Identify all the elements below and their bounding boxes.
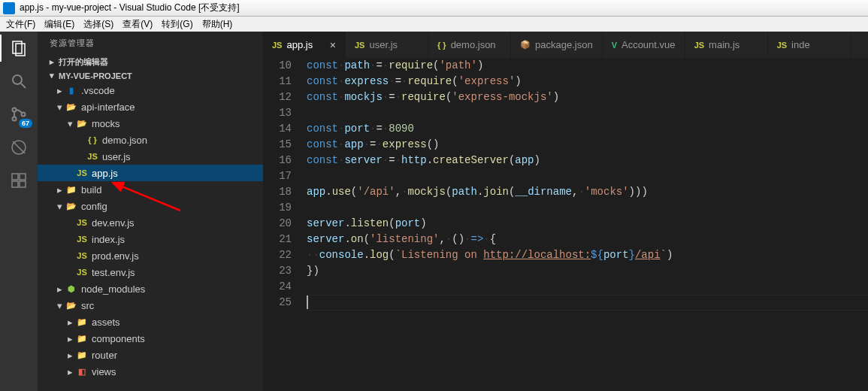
tree-item[interactable]: JStest.env.js: [38, 264, 263, 280]
editor-tab[interactable]: { }demo.json: [428, 32, 511, 58]
menu-view[interactable]: 查看(V): [118, 18, 157, 31]
code-line[interactable]: const·app·=·express(): [305, 137, 868, 153]
svg-rect-12: [20, 181, 26, 187]
tab-label: inde: [791, 39, 810, 50]
twisty-icon: ▸: [54, 85, 65, 96]
tree-label: dev.env.js: [92, 217, 135, 229]
tree-label: views: [92, 366, 116, 377]
twisty-icon: ▾: [65, 118, 75, 129]
code-line[interactable]: [305, 200, 868, 216]
svg-line-3: [21, 83, 26, 88]
tab-label: demo.json: [451, 39, 496, 50]
activity-debug[interactable]: [8, 137, 29, 158]
file-type-icon: V: [612, 41, 617, 50]
code-line[interactable]: const·mockjs·=·require('express-mockjs'): [305, 89, 868, 105]
tree-item[interactable]: JSuser.js: [38, 148, 263, 165]
editor-tab[interactable]: JSapp.js×: [263, 32, 346, 58]
tab-label: user.js: [369, 39, 398, 50]
svg-point-5: [13, 117, 17, 121]
code-line[interactable]: server.on('listening',·()·=>·{: [305, 232, 868, 247]
sidebar-title: 资源管理器: [38, 32, 263, 55]
code-line[interactable]: [305, 279, 868, 295]
tree-item[interactable]: ▸⬢node_modules: [38, 280, 263, 297]
tree-item[interactable]: JSapp.js: [38, 165, 263, 181]
svg-rect-11: [12, 181, 18, 187]
menu-select[interactable]: 选择(S): [79, 18, 118, 31]
file-type-icon: JS: [272, 41, 282, 50]
tree-item[interactable]: ▸▮.vscode: [38, 82, 263, 99]
tree-item[interactable]: JSprod.env.js: [38, 247, 263, 264]
tab-label: app.js: [286, 39, 313, 50]
menu-edit[interactable]: 编辑(E): [40, 18, 79, 31]
open-editors-header[interactable]: ▸ 打开的编辑器: [38, 55, 263, 69]
tree-label: src: [81, 300, 94, 311]
file-type-icon: 📦: [520, 40, 531, 50]
code-line[interactable]: [305, 105, 868, 121]
code-line[interactable]: }): [305, 263, 868, 279]
window-title: app.js - my-vue-project - Visual Studio …: [20, 2, 240, 14]
file-type-icon: JS: [777, 41, 787, 50]
tree-item[interactable]: ▸📁assets: [38, 314, 263, 330]
tree-item[interactable]: ▾📂config: [38, 198, 263, 214]
file-type-icon: { }: [437, 41, 446, 50]
twisty-icon: ▸: [65, 366, 75, 377]
tree-item[interactable]: ▸📁router: [38, 347, 263, 363]
tab-label: Account.vue: [622, 39, 676, 50]
code-line[interactable]: [305, 168, 868, 184]
menu-help[interactable]: 帮助(H): [198, 18, 237, 31]
tree-label: .vscode: [81, 85, 115, 96]
svg-rect-10: [20, 174, 26, 180]
activity-extensions[interactable]: [8, 170, 29, 191]
code-line[interactable]: const·port·=·8090: [305, 121, 868, 137]
close-icon[interactable]: ×: [330, 39, 336, 51]
code-line[interactable]: const·path·=·require('path'): [305, 58, 868, 74]
tree-label: mocks: [92, 118, 120, 129]
tree-item[interactable]: ▸📁components: [38, 330, 263, 347]
tree-item[interactable]: ▸◧views: [38, 363, 263, 380]
tree-label: build: [81, 184, 101, 196]
activity-bar: 67: [0, 32, 38, 391]
tree-item[interactable]: ▾📂api-interface: [38, 99, 263, 115]
file-tree[interactable]: ▸▮.vscode▾📂api-interface▾📂mocks{ }demo.j…: [38, 82, 263, 391]
tab-label: package.json: [535, 39, 593, 50]
tree-label: user.js: [102, 151, 131, 162]
code-line[interactable]: const·server·=·http.createServer(app): [305, 153, 868, 168]
activity-search[interactable]: [8, 71, 29, 92]
editor-tab[interactable]: JSmain.js: [685, 32, 768, 58]
editor-tab[interactable]: VAccount.vue: [603, 32, 685, 58]
code-line[interactable]: ··console.log(`Listening on http://local…: [305, 247, 868, 263]
editor-tab[interactable]: JSinde: [768, 32, 851, 58]
svg-point-2: [13, 75, 22, 84]
activity-explorer[interactable]: [8, 38, 29, 59]
tree-item[interactable]: ▾📂mocks: [38, 115, 263, 132]
line-numbers: 10111213141516171819202122232425: [263, 58, 305, 391]
menubar[interactable]: 文件(F) 编辑(E) 选择(S) 查看(V) 转到(G) 帮助(H): [0, 17, 868, 32]
tree-label: assets: [92, 317, 120, 328]
tree-label: api-interface: [81, 102, 135, 113]
chevron-right-icon: ▸: [50, 57, 59, 67]
tree-item[interactable]: JSindex.js: [38, 231, 263, 247]
menu-file[interactable]: 文件(F): [2, 18, 40, 31]
tree-item[interactable]: ▾📂src: [38, 297, 263, 314]
activity-scm[interactable]: 67: [8, 104, 29, 125]
code-content[interactable]: const·path·=·require('path')const·expres…: [305, 58, 868, 391]
tab-label: main.js: [709, 39, 739, 50]
code-line[interactable]: app.use('/api',·mockjs(path.join(__dirna…: [305, 184, 868, 200]
editor-tab[interactable]: JSuser.js: [346, 32, 428, 58]
app-icon: [3, 2, 15, 14]
project-header[interactable]: ▾ MY-VUE-PROJECT: [38, 69, 263, 82]
code-line[interactable]: server.listen(port): [305, 216, 868, 232]
tree-item[interactable]: { }demo.json: [38, 132, 263, 148]
editor-tab[interactable]: 📦package.json: [511, 32, 603, 58]
menu-go[interactable]: 转到(G): [157, 18, 197, 31]
editor-tabs[interactable]: JSapp.js×JSuser.js{ }demo.json📦package.j…: [263, 32, 868, 58]
twisty-icon: ▾: [54, 102, 65, 113]
tree-item[interactable]: JSdev.env.js: [38, 214, 263, 231]
twisty-icon: ▸: [65, 350, 75, 361]
editor[interactable]: 10111213141516171819202122232425 const·p…: [263, 58, 868, 391]
twisty-icon: ▸: [54, 283, 65, 295]
tree-item[interactable]: ▸📁build: [38, 181, 263, 198]
code-line[interactable]: const·express·=·require('express'): [305, 74, 868, 89]
twisty-icon: ▾: [54, 201, 65, 212]
svg-line-8: [13, 141, 25, 153]
